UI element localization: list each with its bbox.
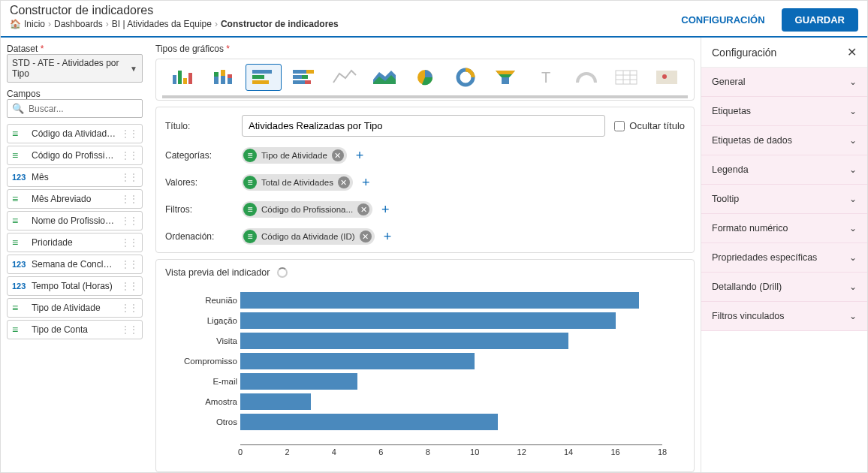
config-section-label: Detallando (Drill) [712, 282, 782, 292]
field-name: Tipo de Atividade [32, 303, 116, 313]
bar[interactable] [240, 373, 357, 390]
chip-remove-icon[interactable]: ✕ [360, 230, 372, 243]
field-type-icon: ≡ [243, 176, 257, 189]
chart-type-stacked-bar[interactable] [286, 64, 322, 91]
field-name: Semana de Conclusão [32, 259, 116, 270]
chart-type-map[interactable] [649, 64, 685, 91]
field-item[interactable]: ≡ Nome do Profissional ⋮⋮ [7, 211, 143, 230]
field-name: Código da Atividade (ID) [32, 128, 116, 139]
field-item[interactable]: ≡ Tipo de Conta ⋮⋮ [7, 320, 143, 339]
title-label: Título: [165, 121, 233, 131]
ordering-label: Ordenación: [165, 231, 233, 242]
chart-type-stacked-column[interactable] [206, 64, 242, 91]
svg-rect-10 [252, 70, 272, 74]
add-value-button[interactable]: + [359, 175, 373, 191]
x-axis-tick: 12 [517, 447, 526, 456]
loading-spinner-icon [277, 267, 288, 278]
config-section[interactable]: Legenda⌄ [701, 155, 867, 185]
field-item[interactable]: ≡ Prioridade ⋮⋮ [7, 233, 143, 252]
chip-value[interactable]: ≡ Total de Atividades ✕ [242, 174, 353, 191]
chart-type-table[interactable] [609, 64, 645, 91]
config-section[interactable]: Formato numérico⌄ [701, 214, 867, 243]
add-order-button[interactable]: + [381, 229, 395, 245]
bar-category-label: Otros [180, 417, 237, 426]
field-name: Mês Abreviado [32, 194, 116, 204]
drag-handle-icon[interactable]: ⋮⋮ [121, 154, 137, 157]
dataset-label: Dataset * [7, 44, 143, 54]
drag-handle-icon[interactable]: ⋮⋮ [121, 176, 137, 179]
config-section[interactable]: Propriedades específicas⌄ [701, 243, 867, 273]
chip-category[interactable]: ≡ Tipo de Atividade ✕ [242, 147, 347, 164]
chevron-down-icon: ⌄ [849, 106, 857, 116]
x-axis-tick: 16 [610, 447, 619, 456]
bar[interactable] [240, 312, 616, 329]
svg-rect-7 [221, 70, 225, 76]
field-item[interactable]: 123 Tempo Total (Horas) ⋮⋮ [7, 276, 143, 296]
chart-type-gauge[interactable] [568, 64, 604, 91]
config-section[interactable]: Etiquetas⌄ [701, 97, 867, 126]
breadcrumb-item[interactable]: Inicio [24, 19, 45, 29]
bar[interactable] [240, 333, 568, 349]
config-button[interactable]: CONFIGURACIÓN [674, 10, 772, 30]
add-filter-button[interactable]: + [378, 202, 393, 218]
search-input[interactable] [29, 104, 141, 114]
drag-handle-icon[interactable]: ⋮⋮ [121, 285, 137, 288]
bar[interactable] [240, 292, 639, 309]
chart-type-funnel[interactable] [488, 64, 524, 91]
chip-remove-icon[interactable]: ✕ [332, 149, 344, 161]
field-item[interactable]: ≡ Tipo de Atividade ⋮⋮ [7, 298, 143, 318]
breadcrumb-item[interactable]: Dashboards [54, 19, 103, 29]
drag-handle-icon[interactable]: ⋮⋮ [121, 197, 137, 200]
bar[interactable] [240, 393, 311, 410]
chart-type-line[interactable] [327, 64, 363, 91]
svg-rect-12 [252, 80, 269, 84]
dataset-value: STD - ATE - Atividades por Tipo [12, 58, 130, 79]
page-title: Constructor de indicadores [10, 4, 339, 17]
bar[interactable] [240, 414, 498, 430]
fields-search[interactable]: 🔍 [7, 99, 143, 118]
field-item[interactable]: ≡ Mês Abreviado ⋮⋮ [7, 189, 143, 209]
chip-filter[interactable]: ≡ Código do Profissiona... ✕ [242, 201, 372, 218]
text-type-icon: ≡ [12, 217, 27, 224]
chip-remove-icon[interactable]: ✕ [357, 203, 369, 215]
home-icon[interactable]: 🏠 [10, 19, 21, 29]
chart-type-donut[interactable] [448, 64, 484, 91]
svg-rect-1 [178, 71, 182, 84]
dataset-select[interactable]: STD - ATE - Atividades por Tipo ▼ [7, 54, 143, 83]
chart-title-input[interactable] [242, 115, 605, 137]
breadcrumb-item[interactable]: BI | Atividades da Equipe [112, 19, 212, 29]
chart-type-bar[interactable] [246, 64, 282, 91]
config-section[interactable]: Detallando (Drill)⌄ [701, 273, 867, 302]
drag-handle-icon[interactable]: ⋮⋮ [121, 328, 137, 331]
config-section[interactable]: Etiquetas de dados⌄ [701, 126, 867, 155]
chart-type-column[interactable] [165, 64, 201, 91]
save-button[interactable]: GUARDAR [782, 8, 858, 32]
config-section[interactable]: General⌄ [701, 68, 867, 97]
drag-handle-icon[interactable]: ⋮⋮ [121, 132, 137, 135]
config-section[interactable]: Tooltip⌄ [701, 185, 867, 214]
field-item[interactable]: ≡ Código do Profissional (... ⋮⋮ [7, 146, 143, 165]
chart-type-area[interactable] [366, 64, 402, 91]
chevron-down-icon: ⌄ [849, 164, 857, 175]
add-category-button[interactable]: + [353, 148, 367, 164]
field-item[interactable]: ≡ Código da Atividade (ID) ⋮⋮ [7, 124, 143, 143]
hide-title-checkbox-input[interactable] [614, 121, 625, 131]
svg-rect-3 [188, 73, 192, 84]
svg-rect-9 [228, 74, 232, 78]
drag-handle-icon[interactable]: ⋮⋮ [121, 241, 137, 244]
chip-order[interactable]: ≡ Código da Atividade (ID) ✕ [242, 228, 375, 245]
bar[interactable] [240, 353, 475, 369]
field-type-icon: ≡ [243, 230, 257, 243]
chevron-down-icon: ⌄ [849, 252, 857, 263]
field-item[interactable]: 123 Semana de Conclusão ⋮⋮ [7, 255, 143, 274]
chart-type-text[interactable]: T [528, 64, 564, 91]
close-icon[interactable]: ✕ [847, 45, 857, 59]
drag-handle-icon[interactable]: ⋮⋮ [121, 263, 137, 266]
drag-handle-icon[interactable]: ⋮⋮ [121, 219, 137, 222]
chip-remove-icon[interactable]: ✕ [338, 176, 350, 188]
drag-handle-icon[interactable]: ⋮⋮ [121, 306, 137, 309]
hide-title-checkbox[interactable]: Ocultar título [614, 120, 685, 131]
field-item[interactable]: 123 Mês ⋮⋮ [7, 167, 143, 187]
chart-type-pie[interactable] [407, 64, 443, 91]
config-section[interactable]: Filtros vinculados⌄ [701, 302, 867, 331]
